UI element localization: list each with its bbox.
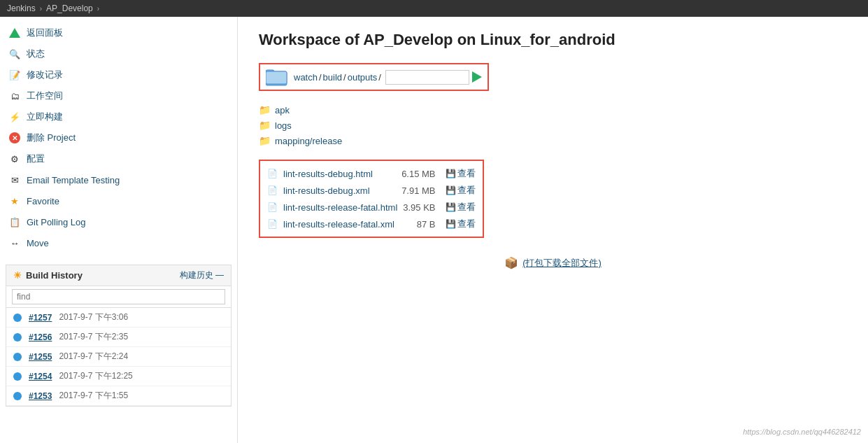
- file-view-link-3[interactable]: 查看: [457, 218, 476, 230]
- build-number-1257[interactable]: #1257: [29, 313, 52, 323]
- sidebar-item-git-polling[interactable]: 📋 Git Polling Log: [0, 211, 237, 232]
- file-link-1[interactable]: lint-results-debug.xml: [283, 185, 370, 196]
- floppy-icon-2: 💾: [446, 202, 456, 212]
- edit-icon: 📝: [8, 69, 21, 81]
- file-link-2[interactable]: lint-results-release-fatal.html: [283, 202, 397, 213]
- build-number-1256[interactable]: #1256: [29, 332, 52, 342]
- floppy-icon-1: 💾: [446, 185, 456, 195]
- sidebar-label-delete: 删除 Project: [27, 132, 76, 144]
- path-link-watch[interactable]: watch: [294, 72, 318, 83]
- sidebar-item-delete[interactable]: ✕ 删除 Project: [0, 127, 237, 148]
- build-history: ☀ Build History 构建历史 — #1257 2017-9-7 下午…: [6, 265, 232, 407]
- page-title: Workspace of AP_Develop on Linux_for_and…: [259, 31, 847, 49]
- sidebar-item-workspace[interactable]: 🗂 工作空间: [0, 85, 237, 106]
- build-search-input[interactable]: [12, 289, 225, 304]
- file-row-3: 📄 lint-results-release-fatal.xml 87 B 💾 …: [267, 216, 476, 232]
- file-row-1: 📄 lint-results-debug.xml 7.91 MB 💾 查看: [267, 182, 476, 199]
- floppy-icon-3: 💾: [446, 219, 456, 229]
- build-history-link[interactable]: 构建历史 —: [180, 269, 224, 281]
- sidebar-label-git-polling: Git Polling Log: [27, 217, 86, 227]
- path-go-button[interactable]: [472, 71, 482, 83]
- path-sep-1: /: [319, 72, 322, 83]
- sidebar-item-config[interactable]: ⚙ 配置: [0, 148, 237, 169]
- build-history-title-area: ☀ Build History: [13, 270, 83, 281]
- path-sep-3: /: [378, 72, 381, 83]
- build-list: #1257 2017-9-7 下午3:06 #1256 2017-9-7 下午2…: [6, 308, 231, 406]
- file-view-link-0[interactable]: 查看: [457, 167, 476, 180]
- file-row-2: 📄 lint-results-release-fatal.html 3.95 K…: [267, 199, 476, 216]
- build-item-1253: #1253 2017-9-7 下午1:55: [6, 386, 231, 406]
- sidebar-label-move: Move: [27, 238, 49, 248]
- download-all-link[interactable]: (打包下载全部文件): [522, 257, 602, 269]
- folder-item-mapping: 📁 mapping/release: [259, 133, 847, 148]
- build-item-1255: #1255 2017-9-7 下午2:24: [6, 347, 231, 367]
- sidebar-label-email-template: Email Template Testing: [27, 175, 120, 185]
- file-link-3[interactable]: lint-results-release-fatal.xml: [283, 219, 394, 230]
- search-icon: 🔍: [8, 48, 21, 60]
- build-status-dot: [13, 333, 22, 342]
- build-status-dot: [13, 392, 22, 400]
- topbar-ap-develop[interactable]: AP_Develop: [46, 3, 93, 13]
- sidebar-label-workspace: 工作空间: [27, 90, 63, 102]
- folder-logs-link[interactable]: logs: [275, 120, 292, 131]
- path-go-arrow-icon: [472, 71, 482, 83]
- build-item-1256: #1256 2017-9-7 下午2:35: [6, 328, 231, 347]
- git-icon: 📋: [8, 216, 21, 228]
- build-item-1254: #1254 2017-9-7 下午12:25: [6, 367, 231, 386]
- topbar-jenkins[interactable]: Jenkins: [7, 3, 36, 13]
- sidebar-label-config: 配置: [27, 153, 45, 165]
- sidebar-label-build-now: 立即构建: [27, 111, 63, 123]
- gear-icon: ⚙: [8, 153, 21, 165]
- file-icon-0: 📄: [267, 169, 278, 178]
- folder-mapping-icon: 📁: [259, 135, 271, 146]
- folder-logs-icon: 📁: [259, 120, 271, 131]
- path-sep-2: /: [343, 72, 346, 83]
- build-date-1255: 2017-9-7 下午2:24: [59, 351, 128, 363]
- file-action-0: 💾 查看: [446, 167, 476, 180]
- lightning-icon: ⚡: [8, 111, 21, 123]
- path-link-build[interactable]: build: [323, 72, 342, 83]
- path-bar: watch / build / outputs /: [259, 63, 489, 91]
- sidebar-item-build-now[interactable]: ⚡ 立即构建: [0, 106, 237, 127]
- file-view-link-1[interactable]: 查看: [457, 184, 476, 197]
- build-date-1254: 2017-9-7 下午12:25: [59, 370, 132, 382]
- file-section: 📄 lint-results-debug.html 6.15 MB 💾 查看 📄…: [259, 160, 484, 238]
- file-size-0: 6.15 MB: [401, 169, 439, 179]
- file-icon-1: 📄: [267, 185, 278, 195]
- file-action-2: 💾 查看: [446, 201, 476, 213]
- file-view-link-2[interactable]: 查看: [457, 201, 476, 213]
- folder-item-apk: 📁 apk: [259, 102, 847, 118]
- topbar-arrow-2: ›: [97, 5, 99, 13]
- build-item-1257: #1257 2017-9-7 下午3:06: [6, 308, 231, 328]
- build-search-area: [6, 286, 231, 308]
- main-layout: 返回面板 🔍 状态 📝 修改记录 🗂 工作空间 ⚡ 立即构建 ✕ 删除 Proj…: [0, 17, 868, 443]
- build-date-1253: 2017-9-7 下午1:55: [59, 390, 128, 402]
- path-link-outputs[interactable]: outputs: [348, 72, 378, 83]
- sidebar-item-back[interactable]: 返回面板: [0, 22, 237, 43]
- folder-apk-link[interactable]: apk: [275, 105, 290, 115]
- file-size-1: 7.91 MB: [401, 185, 439, 196]
- content-area: Workspace of AP_Develop on Linux_for_and…: [238, 17, 868, 443]
- sidebar-item-status[interactable]: 🔍 状态: [0, 43, 237, 64]
- svg-rect-2: [266, 71, 287, 84]
- build-number-1253[interactable]: #1253: [29, 391, 52, 401]
- build-status-dot: [13, 353, 22, 361]
- move-icon: ↔: [8, 237, 21, 249]
- build-number-1255[interactable]: #1255: [29, 352, 52, 362]
- sidebar-item-email-template[interactable]: ✉ Email Template Testing: [0, 169, 237, 190]
- build-number-1254[interactable]: #1254: [29, 372, 52, 381]
- sidebar-label-changes: 修改记录: [27, 69, 63, 81]
- path-input[interactable]: [385, 70, 469, 85]
- path-folder-icon: [266, 67, 288, 87]
- sidebar-item-move[interactable]: ↔ Move: [0, 232, 237, 253]
- build-history-sun-icon: ☀: [13, 270, 22, 281]
- delete-icon: ✕: [8, 132, 21, 144]
- sidebar: 返回面板 🔍 状态 📝 修改记录 🗂 工作空间 ⚡ 立即构建 ✕ 删除 Proj…: [0, 17, 238, 443]
- sidebar-item-favorite[interactable]: ★ Favorite: [0, 190, 237, 211]
- file-link-0[interactable]: lint-results-debug.html: [283, 169, 373, 179]
- sidebar-label-status: 状态: [27, 48, 45, 60]
- folder-icon: 🗂: [8, 90, 21, 102]
- sidebar-item-changes[interactable]: 📝 修改记录: [0, 64, 237, 85]
- file-action-3: 💾 查看: [446, 218, 476, 230]
- folder-mapping-link[interactable]: mapping/release: [275, 136, 342, 146]
